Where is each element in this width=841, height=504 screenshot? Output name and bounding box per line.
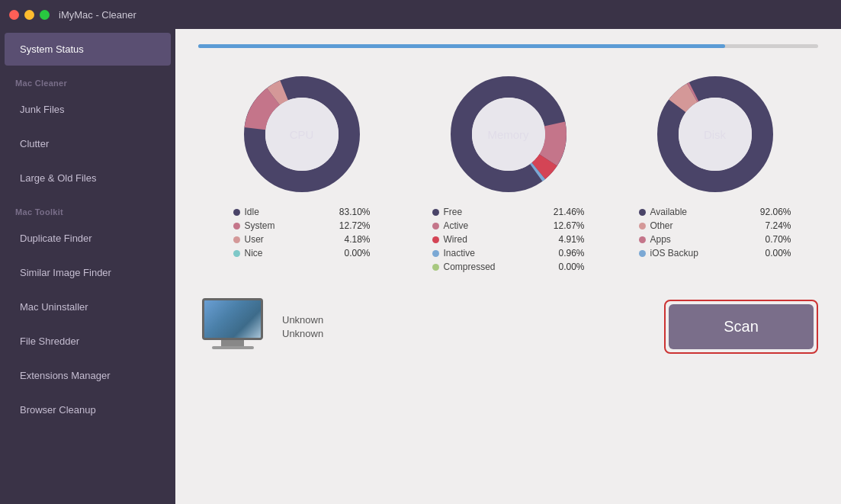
app-title: iMyMac - Cleaner xyxy=(59,9,136,21)
mac-screen xyxy=(202,298,263,340)
mac-display-icon xyxy=(198,298,267,355)
disk-donut: Disk xyxy=(650,69,780,199)
idle-dot xyxy=(233,209,240,216)
disk-legend-other: Other 7.24% xyxy=(639,220,791,231)
disk-label: Disk xyxy=(704,128,726,141)
disk-legend-apps: Apps 0.70% xyxy=(639,234,791,245)
close-button[interactable] xyxy=(9,10,19,20)
memory-label: Memory xyxy=(487,128,528,141)
sidebar-item-similar-image-finder[interactable]: Similar Image Finder xyxy=(5,256,171,289)
progress-bar-fill xyxy=(198,44,725,48)
maximize-button[interactable] xyxy=(40,10,50,20)
cpu-legend-system: System 12.72% xyxy=(233,220,371,231)
sidebar-item-duplicate-finder[interactable]: Duplicate Finder xyxy=(5,222,171,255)
system-dot xyxy=(233,223,240,230)
sidebar-item-browser-cleanup[interactable]: Browser Cleanup xyxy=(5,393,171,426)
memory-legend-free: Free 21.46% xyxy=(432,207,585,217)
disk-legend-available: Available 92.06% xyxy=(639,207,791,217)
memory-legend-inactive: Inactive 0.96% xyxy=(432,248,585,258)
scan-button[interactable]: Scan xyxy=(669,304,814,349)
nice-dot xyxy=(233,250,240,257)
sidebar-item-system-status[interactable]: System Status xyxy=(5,33,171,66)
sidebar-header-mac-cleaner: Mac Cleaner xyxy=(0,66,175,92)
sidebar-item-junk-files[interactable]: Junk Files xyxy=(5,93,171,126)
device-line2: Unknown xyxy=(282,328,323,339)
memory-legend-compressed: Compressed 0.00% xyxy=(432,262,585,272)
sidebar: System Status Mac Cleaner Junk Files Clu… xyxy=(0,29,175,504)
memory-legend-wired: Wired 4.91% xyxy=(432,234,585,245)
mac-stand xyxy=(221,340,244,346)
user-dot xyxy=(233,236,240,243)
memory-donut: Memory xyxy=(444,69,573,199)
bottom-section: Unknown Unknown Scan xyxy=(198,298,818,355)
memory-chart-item: Memory Free 21.46% Active 12.67% xyxy=(405,69,611,275)
sidebar-item-large-old-files[interactable]: Large & Old Files xyxy=(5,162,171,194)
sidebar-item-extensions-manager[interactable]: Extensions Manager xyxy=(5,359,171,392)
disk-legend: Available 92.06% Other 7.24% Apps 0.70% xyxy=(639,207,791,262)
disk-chart-item: Disk Available 92.06% Other 7.24% xyxy=(611,69,818,262)
cpu-legend-idle: Idle 83.10% xyxy=(233,207,371,217)
cpu-legend-user: User 4.18% xyxy=(233,234,371,245)
titlebar: iMyMac - Cleaner xyxy=(0,0,841,29)
progress-bar-container xyxy=(198,44,818,48)
sidebar-header-mac-toolkit: Mac Toolkit xyxy=(0,195,175,221)
content-area: CPU Idle 83.10% System 12.72% xyxy=(175,29,841,504)
main-container: System Status Mac Cleaner Junk Files Clu… xyxy=(0,29,841,504)
memory-legend-active: Active 12.67% xyxy=(432,220,585,231)
mac-base xyxy=(212,346,254,349)
memory-legend: Free 21.46% Active 12.67% Wired 4.91% xyxy=(432,207,585,275)
cpu-chart-item: CPU Idle 83.10% System 12.72% xyxy=(198,69,405,262)
cpu-legend-nice: Nice 0.00% xyxy=(233,248,371,258)
device-info: Unknown Unknown xyxy=(282,314,323,339)
device-line1: Unknown xyxy=(282,314,323,326)
sidebar-item-mac-uninstaller[interactable]: Mac Uninstaller xyxy=(5,291,171,323)
traffic-lights xyxy=(9,10,50,20)
cpu-legend: Idle 83.10% System 12.72% User 4.18% xyxy=(233,207,371,262)
charts-row: CPU Idle 83.10% System 12.72% xyxy=(198,69,818,275)
disk-legend-ios: iOS Backup 0.00% xyxy=(639,248,791,258)
cpu-label: CPU xyxy=(290,128,314,141)
minimize-button[interactable] xyxy=(24,10,34,20)
scan-button-wrapper: Scan xyxy=(664,300,818,354)
sidebar-item-file-shredder[interactable]: File Shredder xyxy=(5,325,171,358)
sidebar-item-clutter[interactable]: Clutter xyxy=(5,127,171,160)
cpu-donut: CPU xyxy=(237,69,367,199)
